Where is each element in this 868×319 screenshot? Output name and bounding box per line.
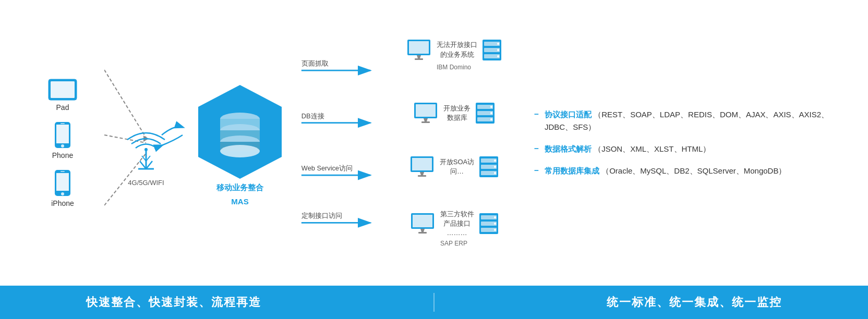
svg-line-19 bbox=[140, 161, 146, 169]
monitor-icon-4 bbox=[409, 212, 436, 235]
bottom-banner: 快速整合、快速封装、流程再造 统一标准、统一集成、统一监控 bbox=[0, 286, 868, 319]
device-iphone: iPhone bbox=[51, 169, 74, 207]
svg-point-61 bbox=[490, 112, 492, 114]
svg-point-51 bbox=[497, 55, 499, 57]
svg-rect-55 bbox=[421, 121, 430, 123]
server-icon-1 bbox=[481, 39, 502, 62]
connections-section: 页面抓取 DB连接 Web Service访问 定制接口访问 bbox=[292, 28, 396, 257]
feature-text-3: 常用数据库集成 （Oracle、MySQL、DB2、SQLServer、Mong… bbox=[545, 165, 786, 177]
feature-text-2: 数据格式解析 （JSON、XML、XLST、HTML） bbox=[545, 143, 710, 155]
svg-point-72 bbox=[494, 166, 496, 168]
svg-point-31 bbox=[220, 145, 260, 157]
svg-rect-10 bbox=[56, 173, 69, 191]
main-content: Pad Phone iPhone bbox=[0, 0, 868, 286]
svg-marker-76 bbox=[420, 229, 425, 232]
system-1-sublabel: IBM Domino bbox=[437, 64, 471, 71]
svg-point-83 bbox=[494, 223, 496, 225]
feature-protocol: － 协议接口适配 （REST、SOAP、LDAP、REDIS、DOM、AJAX、… bbox=[532, 108, 847, 133]
svg-text:定制接口访问: 定制接口访问 bbox=[302, 212, 342, 219]
svg-text:页面抓取: 页面抓取 bbox=[302, 59, 329, 67]
svg-point-60 bbox=[490, 106, 492, 108]
svg-line-13 bbox=[104, 70, 146, 138]
system-4-label: 第三方软件产品接口……… bbox=[440, 210, 474, 238]
svg-rect-66 bbox=[418, 175, 426, 177]
feature-title-2: 数据格式解析 bbox=[545, 144, 592, 153]
network-label: 4G/5G/WIFI bbox=[128, 179, 164, 187]
phone-label: Phone bbox=[52, 151, 73, 160]
svg-point-49 bbox=[497, 43, 499, 45]
svg-text:Web Service访问: Web Service访问 bbox=[302, 164, 353, 172]
banner-divider bbox=[433, 293, 435, 312]
system-sap-erp: 第三方软件产品接口……… SAP ERP bbox=[409, 210, 499, 248]
svg-rect-44 bbox=[415, 58, 423, 60]
feature-title-1: 协议接口适配 bbox=[545, 110, 592, 119]
feature-dataformat: － 数据格式解析 （JSON、XML、XLST、HTML） bbox=[532, 143, 847, 155]
system-ibm-domino: 无法开放接口的业务系统 IBM Domino bbox=[405, 39, 502, 71]
signal-section: 4G/5G/WIFI bbox=[104, 44, 188, 242]
iphone-icon bbox=[54, 169, 71, 197]
mas-title: 移动业务整合 bbox=[216, 183, 263, 193]
svg-rect-75 bbox=[413, 215, 432, 227]
feature-detail-2: （JSON、XML、XLST、HTML） bbox=[594, 144, 710, 153]
svg-marker-54 bbox=[424, 118, 428, 121]
device-pad: Pad bbox=[47, 78, 78, 112]
banner-left-text: 快速整合、快速封装、流程再造 bbox=[86, 295, 261, 310]
device-phone: Phone bbox=[52, 121, 73, 160]
feature-dash-1: － bbox=[532, 109, 540, 120]
mas-subtitle: MAS bbox=[216, 197, 263, 206]
svg-point-50 bbox=[497, 49, 499, 51]
system-4-sublabel: SAP ERP bbox=[440, 240, 467, 247]
system-open-soa: 开放SOA访问… bbox=[408, 155, 499, 178]
connections-svg: 页面抓取 DB连接 Web Service访问 定制接口访问 bbox=[292, 33, 396, 252]
svg-marker-65 bbox=[420, 172, 424, 175]
monitor-icon-3 bbox=[408, 155, 436, 178]
banner-right-text: 统一标准、统一集成、统一监控 bbox=[607, 295, 782, 310]
pad-label: Pad bbox=[56, 103, 69, 112]
monitor-icon-1 bbox=[405, 39, 432, 62]
system-1-label: 无法开放接口的业务系统 bbox=[437, 40, 477, 59]
svg-point-82 bbox=[494, 216, 496, 218]
mas-section: 移动业务整合 MAS bbox=[188, 80, 292, 206]
feature-title-3: 常用数据库集成 bbox=[545, 166, 599, 175]
svg-point-11 bbox=[61, 192, 64, 195]
svg-rect-42 bbox=[409, 41, 429, 54]
svg-rect-7 bbox=[61, 123, 65, 124]
feature-dbintegration: － 常用数据库集成 （Oracle、MySQL、DB2、SQLServer、Mo… bbox=[532, 165, 847, 177]
devices-section: Pad Phone iPhone bbox=[21, 78, 104, 207]
svg-rect-64 bbox=[412, 158, 432, 170]
monitor-icon-2 bbox=[412, 102, 439, 125]
svg-line-14 bbox=[104, 135, 146, 143]
features-section: － 协议接口适配 （REST、SOAP、LDAP、REDIS、DOM、AJAX、… bbox=[511, 108, 847, 177]
pad-icon bbox=[47, 78, 78, 101]
server-icon-2 bbox=[475, 102, 496, 125]
server-icon-4 bbox=[478, 212, 499, 235]
system-3-label: 开放SOA访问… bbox=[440, 157, 474, 176]
svg-text:DB连接: DB连接 bbox=[302, 112, 324, 120]
svg-rect-2 bbox=[51, 81, 75, 98]
svg-point-6 bbox=[61, 144, 64, 148]
phone-icon bbox=[54, 121, 71, 149]
svg-rect-12 bbox=[61, 171, 65, 172]
svg-line-20 bbox=[146, 161, 152, 169]
svg-point-71 bbox=[494, 160, 496, 162]
system-2-label: 开放业务数据库 bbox=[443, 104, 471, 122]
svg-point-23 bbox=[144, 148, 148, 151]
signal-svg bbox=[104, 44, 188, 242]
iphone-label: iPhone bbox=[51, 199, 74, 207]
svg-rect-53 bbox=[416, 104, 436, 117]
mas-hexagon-svg bbox=[190, 80, 290, 184]
server-icon-3 bbox=[478, 155, 499, 178]
svg-point-62 bbox=[490, 118, 492, 120]
feature-text-1: 协议接口适配 （REST、SOAP、LDAP、REDIS、DOM、AJAX、AX… bbox=[545, 108, 847, 133]
feature-detail-3: （Oracle、MySQL、DB2、SQLServer、MongoDB） bbox=[601, 166, 786, 175]
svg-rect-5 bbox=[56, 125, 69, 143]
svg-rect-77 bbox=[418, 232, 427, 234]
svg-marker-43 bbox=[417, 55, 421, 58]
feature-dash-3: － bbox=[532, 165, 540, 176]
svg-point-73 bbox=[494, 172, 496, 174]
system-open-db: 开放业务数据库 bbox=[412, 102, 496, 125]
systems-section: 无法开放接口的业务系统 IBM Domino bbox=[396, 23, 511, 263]
svg-point-84 bbox=[494, 229, 496, 231]
feature-dash-2: － bbox=[532, 143, 540, 154]
